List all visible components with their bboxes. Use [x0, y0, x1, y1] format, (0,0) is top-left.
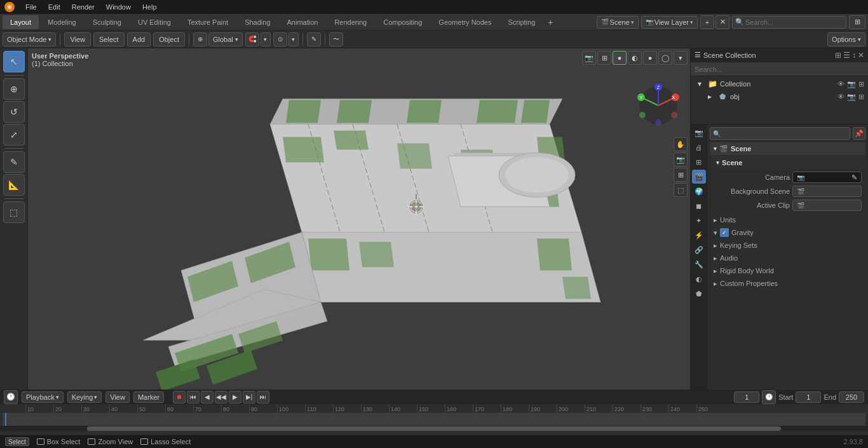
render-props-icon[interactable]: 📷: [692, 126, 706, 140]
view-layer-props-icon[interactable]: ⊞: [692, 155, 706, 169]
menu-help[interactable]: Help: [137, 2, 162, 12]
record-button[interactable]: ⏺: [173, 391, 186, 404]
overlay-icon[interactable]: ⊞: [597, 51, 611, 65]
filter-button[interactable]: ⊞: [849, 15, 865, 29]
scene-dropdown-icon[interactable]: ▾: [631, 19, 634, 25]
menu-edit[interactable]: Edit: [43, 2, 65, 12]
proportional-curve-icon[interactable]: 〜: [329, 32, 343, 46]
select-menu[interactable]: Select: [93, 32, 125, 46]
scene-section-header[interactable]: ▾ 🎬 Scene: [710, 142, 865, 155]
measure-tool[interactable]: 📐: [3, 174, 25, 196]
shading-rendered-icon[interactable]: ●: [643, 51, 657, 65]
timeline-scrollbar-thumb[interactable]: [87, 426, 782, 431]
object-menu[interactable]: Object: [153, 32, 185, 46]
tab-shading[interactable]: Shading: [237, 15, 278, 29]
view-menu[interactable]: View: [64, 32, 91, 46]
obj-filter-icon[interactable]: ⊞: [858, 93, 864, 101]
camera-view-icon[interactable]: 📷: [582, 51, 596, 65]
viewport-gizmo[interactable]: X Y Z: [636, 83, 681, 128]
perspective-icon[interactable]: ⬚: [674, 183, 688, 197]
gravity-section[interactable]: ▾ ✓ Gravity: [710, 226, 865, 239]
keying-sets-section[interactable]: ▸ Keying Sets: [710, 239, 865, 252]
collection-render-icon[interactable]: 📷: [847, 80, 856, 88]
annotations-icon[interactable]: ✎: [307, 32, 321, 46]
units-section[interactable]: ▸ Units: [710, 214, 865, 226]
tab-uv-editing[interactable]: UV Editing: [130, 15, 179, 29]
timeline-scrollbar[interactable]: [0, 426, 868, 431]
viewport-3d[interactable]: User Perspective (1) Collection: [28, 48, 690, 390]
tab-sculpting[interactable]: Sculpting: [85, 15, 129, 29]
camera-edit-icon[interactable]: ✎: [851, 173, 857, 182]
annotate-tool[interactable]: ✎: [3, 151, 25, 173]
keying-menu[interactable]: Keying ▾: [67, 391, 102, 403]
frame-lock-icon[interactable]: 🕐: [762, 390, 776, 404]
collection-filter-icon[interactable]: ⊞: [858, 80, 864, 88]
playback-menu[interactable]: Playback ▾: [22, 391, 64, 403]
constraints-props-icon[interactable]: 🔗: [692, 243, 706, 257]
snap-icon[interactable]: 🧲: [245, 32, 259, 46]
jump-start-button[interactable]: ⏮: [187, 391, 200, 404]
play-button[interactable]: ▶: [229, 391, 241, 404]
tab-modeling[interactable]: Modeling: [40, 15, 84, 29]
marker-menu[interactable]: Marker: [133, 391, 164, 403]
proportional-dropdown[interactable]: ▾: [288, 32, 299, 46]
obj-render-icon[interactable]: 📷: [847, 93, 856, 101]
new-screen-button[interactable]: +: [700, 15, 714, 29]
menu-window[interactable]: Window: [101, 2, 136, 12]
delete-screen-button[interactable]: ✕: [715, 15, 729, 29]
start-frame-input[interactable]: [796, 391, 821, 403]
prev-frame-button[interactable]: ◀: [201, 391, 214, 404]
snap-dropdown[interactable]: ▾: [261, 32, 271, 46]
add-menu[interactable]: Add: [127, 32, 151, 46]
outliner-new-icon[interactable]: ✕: [858, 51, 864, 60]
scale-tool[interactable]: ⤢: [3, 124, 25, 146]
add-cube-tool[interactable]: ⬚: [3, 201, 25, 223]
view-menu[interactable]: View: [105, 391, 130, 403]
tab-rendering[interactable]: Rendering: [327, 15, 374, 29]
hand-tool-icon[interactable]: ✋: [674, 137, 688, 151]
reverse-play-button[interactable]: ◀◀: [215, 391, 227, 404]
audio-section[interactable]: ▸ Audio: [710, 252, 865, 264]
gravity-checkbox[interactable]: ✓: [720, 228, 729, 237]
jump-end-button[interactable]: ⏭: [257, 391, 269, 404]
background-scene-value[interactable]: 🎬: [792, 186, 862, 197]
outliner-expand-icon[interactable]: ↕: [852, 51, 856, 60]
viewport-shading-icon[interactable]: ▾: [674, 51, 688, 65]
options-button[interactable]: Options ▾: [827, 32, 865, 46]
modifiers-props-icon[interactable]: 🔧: [692, 257, 706, 271]
proportional-edit-icon[interactable]: ⊙: [273, 32, 287, 46]
tab-compositing[interactable]: Compositing: [376, 15, 430, 29]
tab-animation[interactable]: Animation: [280, 15, 326, 29]
current-frame-input[interactable]: [734, 391, 759, 403]
tab-scripting[interactable]: Scripting: [500, 15, 543, 29]
add-workspace-button[interactable]: +: [544, 16, 557, 29]
output-props-icon[interactable]: 🖨: [692, 140, 706, 154]
transform-orientation-dropdown[interactable]: Global ▾: [208, 32, 243, 46]
particles-props-icon[interactable]: ✦: [692, 214, 706, 227]
outliner-item-obj[interactable]: ▸ ⬟ obj 👁 📷 ⊞: [701, 90, 868, 103]
menu-render[interactable]: Render: [67, 2, 100, 12]
rigid-body-world-section[interactable]: ▸ Rigid Body World: [710, 264, 865, 277]
scene-subsection-header[interactable]: ▾ Scene: [712, 156, 865, 169]
custom-properties-section[interactable]: ▸ Custom Properties: [710, 277, 865, 290]
next-keyframe-button[interactable]: ▶|: [243, 391, 255, 404]
shading-material-icon[interactable]: ◐: [628, 51, 642, 65]
select-tool[interactable]: ↖: [3, 51, 25, 72]
global-search-input[interactable]: [745, 18, 843, 26]
outliner-filter-icon[interactable]: ⊞: [835, 51, 841, 60]
properties-pin-icon[interactable]: 📌: [853, 127, 865, 140]
shading-wireframe-icon[interactable]: ◯: [658, 51, 672, 65]
rotate-tool[interactable]: ↺: [3, 101, 25, 123]
outliner-item-collection[interactable]: ▾ 📁 Collection 👁 📷 ⊞: [691, 78, 868, 90]
data-props-icon[interactable]: ⬟: [692, 287, 706, 301]
move-tool[interactable]: ⊕: [3, 78, 25, 100]
tab-geometry-nodes[interactable]: Geometry Nodes: [431, 15, 499, 29]
flip-icon[interactable]: ⊞: [674, 168, 688, 182]
transform-icon[interactable]: ⊕: [193, 32, 207, 46]
timeline-bar[interactable]: [3, 413, 865, 426]
end-frame-input[interactable]: [839, 391, 864, 403]
outliner-settings-icon[interactable]: ☰: [843, 51, 850, 60]
tab-layout[interactable]: Layout: [3, 15, 39, 29]
view-layer-dropdown-icon[interactable]: ▾: [690, 19, 693, 25]
shading-props-icon[interactable]: ◐: [692, 272, 706, 286]
